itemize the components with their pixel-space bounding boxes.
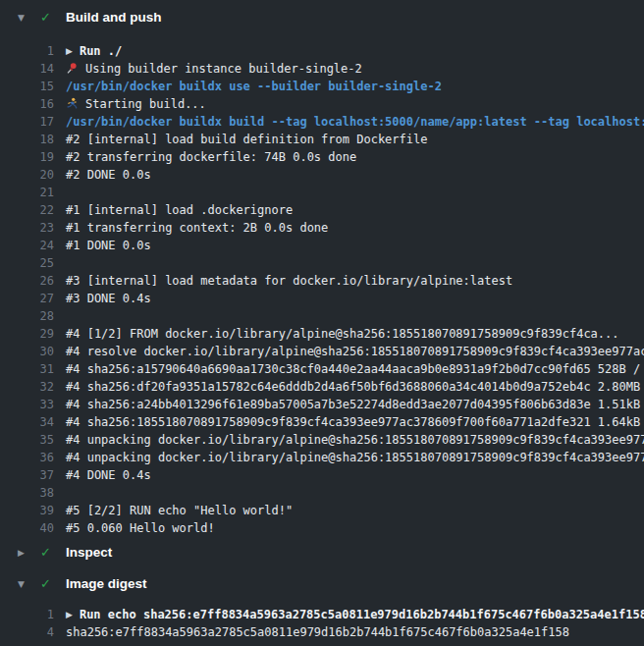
line-number[interactable]: 1 <box>0 606 54 623</box>
section-header-build-and-push[interactable]: ▼✓Build and push <box>0 0 644 34</box>
section-title: Build and push <box>66 10 162 26</box>
line-content: #5 0.060 Hello world! <box>54 519 644 537</box>
line-number[interactable]: 37 <box>0 466 54 484</box>
line-text: #4 sha256:a15790640a6690aa1730c38cf0a440… <box>66 362 644 376</box>
line-content: #4 sha256:df20fa9351a15782c64e6dddb2d4a6… <box>54 378 644 396</box>
expand-group-icon[interactable]: ▶ <box>66 606 73 623</box>
line-content: #1 transferring context: 2B 0.0s done <box>54 219 644 237</box>
line-number[interactable]: 35 <box>0 431 54 449</box>
log-line: 29#4 [1/2] FROM docker.io/library/alpine… <box>0 325 644 343</box>
line-content: sha256:e7ff8834a5963a2785c5a0811e979d16b… <box>54 623 644 641</box>
log-line: 16Starting build... <box>0 95 644 113</box>
line-number[interactable]: 19 <box>0 148 54 166</box>
line-number[interactable]: 21 <box>0 184 54 201</box>
line-content[interactable]: ▶Run echo sha256:e7ff8834a5963a2785c5a08… <box>54 606 644 623</box>
success-check-icon: ✓ <box>40 10 55 26</box>
line-number[interactable]: 15 <box>0 78 54 95</box>
line-number[interactable]: 23 <box>0 219 54 237</box>
line-number[interactable]: 26 <box>0 272 54 290</box>
success-check-icon: ✓ <box>40 576 55 592</box>
log-line: 19#2 transferring dockerfile: 74B 0.0s d… <box>0 148 644 166</box>
line-number[interactable]: 25 <box>0 254 54 272</box>
line-number[interactable]: 16 <box>0 95 54 113</box>
line-content[interactable]: ▶Run ./ <box>54 42 644 60</box>
line-content: #5 [2/2] RUN echo "Hello world!" <box>54 502 644 519</box>
line-content: #2 [internal] load build definition from… <box>54 131 644 148</box>
line-text: Starting build... <box>85 97 206 111</box>
log-line: 18#2 [internal] load build definition fr… <box>0 131 644 148</box>
success-check-icon: ✓ <box>40 545 55 561</box>
log-line: 14Using builder instance builder-single-… <box>0 60 644 78</box>
log-line: 38 <box>0 484 644 502</box>
line-content: #4 resolve docker.io/library/alpine@sha2… <box>54 343 644 360</box>
line-number[interactable]: 36 <box>0 449 54 466</box>
line-number[interactable]: 30 <box>0 343 54 360</box>
line-number[interactable]: 17 <box>0 113 54 131</box>
line-number[interactable]: 14 <box>0 60 54 78</box>
log-line: 20#2 DONE 0.0s <box>0 166 644 184</box>
line-text: Run ./ <box>80 44 122 58</box>
log-line: 22#1 [internal] load .dockerignore <box>0 201 644 219</box>
log-line: 23#1 transferring context: 2B 0.0s done <box>0 219 644 237</box>
section-header-image-digest[interactable]: ▼✓Image digest <box>0 568 644 600</box>
log-line: 27#3 DONE 0.4s <box>0 290 644 307</box>
line-text: #2 DONE 0.0s <box>66 168 151 182</box>
line-content: /usr/bin/docker buildx use --builder bui… <box>54 78 644 95</box>
line-number[interactable]: 33 <box>0 396 54 413</box>
log-line: 35#4 unpacking docker.io/library/alpine@… <box>0 431 644 449</box>
line-number[interactable]: 38 <box>0 484 54 502</box>
line-text: #2 [internal] load build definition from… <box>66 133 427 146</box>
chevron-down-icon[interactable]: ▼ <box>18 10 27 26</box>
line-number[interactable]: 31 <box>0 360 54 378</box>
log-line: 17/usr/bin/docker buildx build --tag loc… <box>0 113 644 131</box>
chevron-down-icon[interactable]: ▼ <box>18 576 27 592</box>
log-line: 24#1 DONE 0.0s <box>0 237 644 254</box>
expand-group-icon[interactable]: ▶ <box>66 42 73 60</box>
line-content: #2 transferring dockerfile: 74B 0.0s don… <box>54 148 644 166</box>
line-text: #1 DONE 0.0s <box>66 239 151 252</box>
line-number[interactable]: 18 <box>0 131 54 148</box>
line-text: #4 unpacking docker.io/library/alpine@sh… <box>66 433 644 447</box>
line-content: #4 [1/2] FROM docker.io/library/alpine@s… <box>54 325 644 343</box>
line-text: #2 transferring dockerfile: 74B 0.0s don… <box>66 150 356 164</box>
line-number[interactable]: 28 <box>0 307 54 325</box>
line-content: #4 sha256:a24bb4013296f61e89ba57005a7b3e… <box>54 396 644 413</box>
line-content: #3 DONE 0.4s <box>54 290 644 307</box>
line-number[interactable]: 24 <box>0 237 54 254</box>
section-header-inspect[interactable]: ▶✓Inspect <box>0 537 644 568</box>
line-content: #4 unpacking docker.io/library/alpine@sh… <box>54 449 644 466</box>
log-block-image-digest: 1▶Run echo sha256:e7ff8834a5963a2785c5a0… <box>0 600 644 646</box>
log-line: 33#4 sha256:a24bb4013296f61e89ba57005a7b… <box>0 396 644 413</box>
line-content: #1 [internal] load .dockerignore <box>54 201 644 219</box>
line-number[interactable]: 22 <box>0 201 54 219</box>
log-line: 32#4 sha256:df20fa9351a15782c64e6dddb2d4… <box>0 378 644 396</box>
line-number[interactable]: 34 <box>0 413 54 431</box>
line-number[interactable]: 27 <box>0 290 54 307</box>
line-number[interactable]: 40 <box>0 519 54 537</box>
log-line: 26#3 [internal] load metadata for docker… <box>0 272 644 290</box>
line-content: #1 DONE 0.0s <box>54 237 644 254</box>
log-block-build-and-push: 1▶Run ./14Using builder instance builder… <box>0 34 644 537</box>
line-text: #4 unpacking docker.io/library/alpine@sh… <box>66 451 644 464</box>
line-text: #3 DONE 0.4s <box>66 292 151 305</box>
line-number[interactable]: 39 <box>0 502 54 519</box>
line-content: #4 sha256:a15790640a6690aa1730c38cf0a440… <box>54 360 644 378</box>
line-number[interactable]: 29 <box>0 325 54 343</box>
line-number[interactable]: 20 <box>0 166 54 184</box>
line-content: #2 DONE 0.0s <box>54 166 644 184</box>
line-number[interactable]: 1 <box>0 42 54 60</box>
workflow-log-viewer: ▼✓Build and push1▶Run ./14Using builder … <box>0 0 644 646</box>
log-line: 36#4 unpacking docker.io/library/alpine@… <box>0 449 644 466</box>
line-text: Run echo sha256:e7ff8834a5963a2785c5a081… <box>80 608 644 621</box>
log-line: 30#4 resolve docker.io/library/alpine@sh… <box>0 343 644 360</box>
line-number[interactable]: 4 <box>0 623 54 641</box>
chevron-right-icon[interactable]: ▶ <box>18 545 27 561</box>
line-text: /usr/bin/docker buildx build --tag local… <box>66 115 644 129</box>
log-line: 15/usr/bin/docker buildx use --builder b… <box>0 78 644 95</box>
log-line: 37#4 DONE 0.4s <box>0 466 644 484</box>
section-title: Inspect <box>66 545 112 561</box>
line-number[interactable]: 32 <box>0 378 54 396</box>
line-content: Using builder instance builder-single-2 <box>54 60 644 78</box>
line-text: #1 transferring context: 2B 0.0s done <box>66 221 328 235</box>
line-text: #5 [2/2] RUN echo "Hello world!" <box>66 504 293 517</box>
